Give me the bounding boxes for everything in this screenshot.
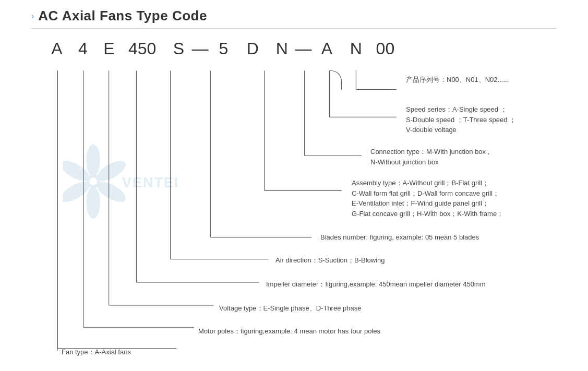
annotation-assembly-type: Assembly type：A-Without grill；B-Flat gri…	[352, 178, 503, 219]
code-00: 00	[375, 39, 395, 58]
code-dash2: —	[295, 39, 311, 58]
code-4: 4	[73, 39, 93, 58]
annotation-fan-type: Fan type：A-Axial fans	[62, 347, 131, 357]
annotation-motor-poles: Motor poles：figuring,example: 4 mean mot…	[198, 326, 380, 337]
diagram-area: VENTEL A 4 E 450 S — 5 D N — A N 00 .lin…	[31, 34, 557, 357]
code-d: D	[243, 39, 262, 58]
code-s: S	[169, 39, 188, 58]
header-section: › AC Axial Fans Type Code	[31, 8, 557, 29]
chevron-icon: ›	[31, 11, 34, 21]
annotation-impeller-diameter: Impeller diameter：figuring,example: 450m…	[266, 279, 486, 290]
annotation-air-direction: Air direction：S-Suction；B-Blowing	[275, 255, 385, 266]
code-n: N	[272, 39, 292, 58]
annotation-voltage-type: Voltage type：E-Single phase、D-Three phas…	[219, 303, 361, 314]
page-container: › AC Axial Fans Type Code	[0, 0, 588, 371]
code-dash1: —	[191, 39, 208, 58]
type-code-row: A 4 E 450 S — 5 D N — A N 00	[47, 39, 395, 58]
code-a: A	[47, 39, 67, 58]
code-450: 450	[128, 39, 156, 58]
code-e: E	[99, 39, 119, 58]
code-n2: N	[346, 39, 366, 58]
annotation-speed-series: Speed series：A-Single speed ； S-Double s…	[406, 104, 516, 135]
annotation-blades-number: Blades number: figuring, example: 05 mea…	[320, 232, 479, 243]
code-5: 5	[213, 39, 233, 58]
annotation-connection-type: Connection type：M-With junction box , N-…	[370, 147, 489, 167]
page-title: AC Axial Fans Type Code	[38, 8, 207, 24]
annotation-product-series: 产品序列号：N00、N01、N02......	[406, 75, 509, 85]
code-a2: A	[317, 39, 337, 58]
